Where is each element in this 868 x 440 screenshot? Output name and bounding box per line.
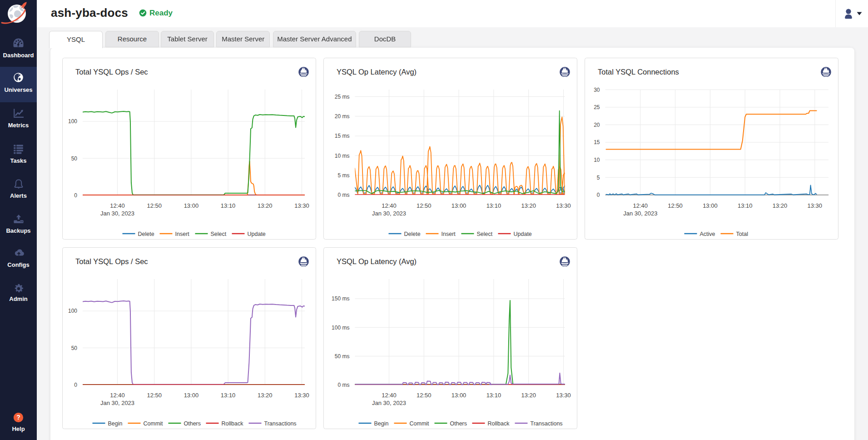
svg-text:Transactions: Transactions: [264, 420, 296, 427]
svg-text:150 ms: 150 ms: [332, 295, 349, 302]
svg-text:Insert: Insert: [441, 231, 456, 237]
svg-text:0 ms: 0 ms: [337, 192, 349, 198]
svg-text:Select: Select: [210, 231, 226, 237]
svg-text:Jan 30, 2023: Jan 30, 2023: [623, 210, 657, 217]
svg-text:12:50: 12:50: [147, 392, 162, 399]
svg-text:Update: Update: [247, 231, 265, 237]
svg-text:13:20: 13:20: [521, 202, 536, 209]
svg-text:20 ms: 20 ms: [334, 113, 349, 120]
svg-text:Jan 30, 2023: Jan 30, 2023: [372, 210, 406, 217]
svg-text:50: 50: [71, 345, 77, 351]
svg-text:Rollback: Rollback: [221, 420, 243, 427]
svg-text:?: ?: [16, 414, 20, 421]
svg-text:13:10: 13:10: [486, 202, 501, 209]
svg-text:13:00: 13:00: [451, 202, 466, 209]
svg-text:Total YSQL Ops / Sec: Total YSQL Ops / Sec: [75, 68, 148, 76]
svg-text:Others: Others: [450, 420, 467, 427]
svg-text:10 ms: 10 ms: [334, 153, 349, 159]
svg-text:20: 20: [594, 122, 600, 128]
svg-text:25 ms: 25 ms: [334, 94, 349, 100]
svg-text:12:40: 12:40: [110, 202, 125, 209]
svg-text:5: 5: [596, 175, 600, 181]
svg-text:15: 15: [594, 139, 600, 145]
svg-text:13:30: 13:30: [294, 202, 309, 209]
svg-text:0: 0: [596, 192, 600, 198]
svg-text:Others: Others: [184, 420, 201, 427]
svg-text:Active: Active: [699, 231, 715, 237]
svg-text:Total YSQL Connections: Total YSQL Connections: [598, 68, 679, 76]
svg-text:13:20: 13:20: [772, 202, 787, 209]
svg-text:13:30: 13:30: [294, 392, 309, 399]
svg-text:Delete: Delete: [404, 231, 420, 237]
svg-text:Select: Select: [476, 231, 492, 237]
svg-text:Jan 30, 2023: Jan 30, 2023: [372, 400, 406, 406]
svg-text:Begin: Begin: [374, 420, 388, 427]
svg-text:13:20: 13:20: [258, 392, 273, 399]
svg-text:12:50: 12:50: [668, 202, 683, 209]
svg-text:Insert: Insert: [175, 231, 189, 237]
svg-text:Commit: Commit: [409, 420, 429, 427]
svg-text:Total YSQL Ops / Sec: Total YSQL Ops / Sec: [75, 257, 148, 265]
svg-text:12:50: 12:50: [417, 202, 432, 209]
svg-text:13:20: 13:20: [258, 202, 273, 209]
svg-text:100: 100: [68, 118, 77, 125]
svg-text:100: 100: [68, 308, 77, 314]
svg-text:13:10: 13:10: [737, 202, 752, 209]
svg-text:0: 0: [74, 192, 77, 199]
svg-text:Update: Update: [513, 231, 531, 237]
svg-text:25: 25: [594, 104, 600, 110]
svg-text:13:10: 13:10: [220, 202, 235, 209]
svg-text:13:00: 13:00: [184, 202, 198, 209]
svg-text:13:10: 13:10: [486, 392, 501, 399]
svg-text:13:00: 13:00: [184, 392, 198, 399]
svg-text:Jan 30, 2023: Jan 30, 2023: [100, 400, 134, 406]
svg-text:15 ms: 15 ms: [334, 133, 349, 139]
svg-text:12:50: 12:50: [417, 392, 432, 399]
svg-text:12:40: 12:40: [110, 392, 125, 399]
svg-text:YSQL Op Latency (Avg): YSQL Op Latency (Avg): [337, 68, 417, 76]
svg-text:10: 10: [594, 157, 600, 163]
svg-text:12:40: 12:40: [633, 202, 648, 209]
svg-text:13:00: 13:00: [703, 202, 718, 209]
svg-text:12:50: 12:50: [147, 202, 162, 209]
svg-text:0 ms: 0 ms: [337, 382, 349, 388]
svg-text:0: 0: [74, 382, 77, 388]
svg-text:50 ms: 50 ms: [334, 353, 349, 360]
svg-text:Rollback: Rollback: [487, 420, 510, 427]
svg-text:Jan 30, 2023: Jan 30, 2023: [100, 210, 134, 217]
svg-text:100 ms: 100 ms: [332, 325, 349, 331]
svg-text:Delete: Delete: [138, 231, 154, 237]
svg-text:12:40: 12:40: [382, 202, 397, 209]
svg-text:50: 50: [71, 155, 77, 162]
svg-text:YSQL Op Latency (Avg): YSQL Op Latency (Avg): [337, 257, 417, 265]
svg-text:5 ms: 5 ms: [337, 172, 349, 179]
svg-text:Commit: Commit: [143, 420, 163, 427]
svg-text:Total: Total: [736, 231, 748, 237]
svg-text:13:30: 13:30: [556, 202, 571, 209]
svg-text:13:20: 13:20: [521, 392, 536, 399]
svg-text:13:30: 13:30: [807, 202, 822, 209]
svg-text:12:40: 12:40: [382, 392, 397, 399]
svg-text:13:30: 13:30: [556, 392, 571, 399]
svg-text:13:00: 13:00: [451, 392, 466, 399]
svg-text:Begin: Begin: [108, 420, 122, 427]
svg-text:Transactions: Transactions: [530, 420, 562, 427]
svg-text:30: 30: [594, 87, 600, 93]
svg-text:13:10: 13:10: [220, 392, 235, 399]
